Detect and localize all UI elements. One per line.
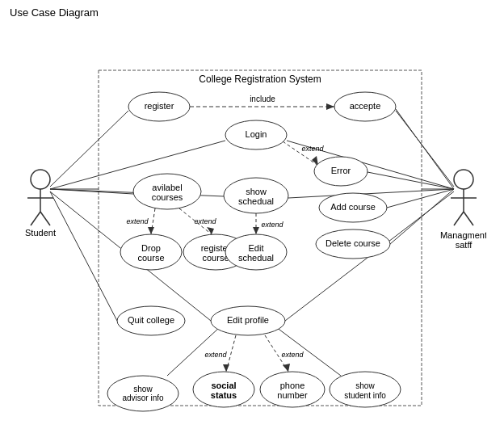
show-schedual-line2: schedual bbox=[238, 196, 274, 206]
extend-avil-reg: extend bbox=[194, 217, 216, 225]
svg-line-10 bbox=[464, 212, 473, 225]
drop-course-line1: Drop bbox=[141, 243, 161, 253]
svg-line-18 bbox=[50, 191, 117, 321]
svg-marker-38 bbox=[223, 364, 229, 372]
staff-label1: Managment bbox=[440, 230, 486, 240]
show-advisor-line1: show bbox=[133, 385, 153, 393]
svg-line-4 bbox=[31, 212, 40, 225]
svg-line-22 bbox=[368, 172, 454, 189]
page-title: Use Case Diagram bbox=[0, 0, 504, 22]
reg-course-line2: course bbox=[202, 253, 229, 263]
drop-course-line2: course bbox=[137, 253, 164, 263]
extend-login-error: extend bbox=[301, 145, 324, 153]
phone-line2: number bbox=[277, 390, 308, 400]
social-line1: social bbox=[211, 381, 236, 390]
svg-marker-36 bbox=[253, 227, 259, 234]
svg-point-1 bbox=[31, 170, 50, 189]
svg-marker-32 bbox=[148, 227, 154, 234]
system-title: College Registration System bbox=[199, 74, 321, 85]
svg-line-14 bbox=[50, 141, 225, 189]
svg-point-6 bbox=[454, 170, 473, 189]
staff-label2: satff bbox=[456, 240, 473, 250]
show-schedual-line1: show bbox=[246, 187, 267, 196]
delete-course-label: Delete course bbox=[326, 238, 380, 248]
error-label: Error bbox=[331, 166, 351, 175]
add-course-label: Add course bbox=[330, 202, 376, 212]
register-label: register bbox=[145, 101, 174, 111]
login-label: Login bbox=[246, 129, 267, 139]
avilabel-line1: avilabel bbox=[152, 183, 182, 192]
edit-schedual-line2: schedual bbox=[238, 253, 274, 263]
edit-schedual-line1: Edit bbox=[249, 243, 264, 253]
diagram-container: College Registration System Student Mana… bbox=[18, 22, 486, 418]
svg-line-9 bbox=[454, 212, 464, 225]
accepte-label: accepte bbox=[350, 101, 381, 111]
svg-line-5 bbox=[40, 212, 50, 225]
include-label: include bbox=[250, 95, 275, 103]
show-advisor-line2: advisor info bbox=[122, 393, 164, 402]
extend-profile-phone: extend bbox=[281, 351, 304, 359]
quit-college-label: Quit college bbox=[128, 315, 174, 325]
social-line2: status bbox=[211, 390, 237, 400]
student-label: Student bbox=[25, 228, 56, 238]
extend-show-edit: extend bbox=[261, 221, 284, 229]
svg-line-20 bbox=[396, 109, 454, 189]
show-student-line2: student info bbox=[344, 391, 386, 400]
extend-profile-social: extend bbox=[204, 351, 227, 359]
show-student-line1: show bbox=[355, 381, 375, 390]
edit-profile-label: Edit profile bbox=[227, 315, 269, 325]
svg-line-13 bbox=[50, 111, 128, 187]
svg-marker-28 bbox=[326, 103, 334, 110]
phone-line1: phone bbox=[280, 381, 305, 390]
avilabel-line2: courses bbox=[152, 192, 183, 202]
extend-avil-drop: extend bbox=[126, 217, 149, 225]
